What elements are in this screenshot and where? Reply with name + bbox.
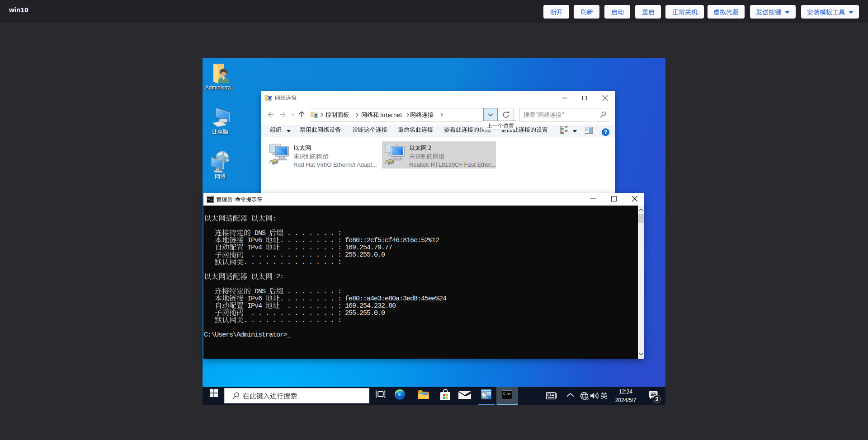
svg-text:3: 3 [655, 396, 658, 403]
svg-text:?: ? [604, 129, 608, 136]
svg-text:C:\: C:\ [208, 197, 212, 201]
